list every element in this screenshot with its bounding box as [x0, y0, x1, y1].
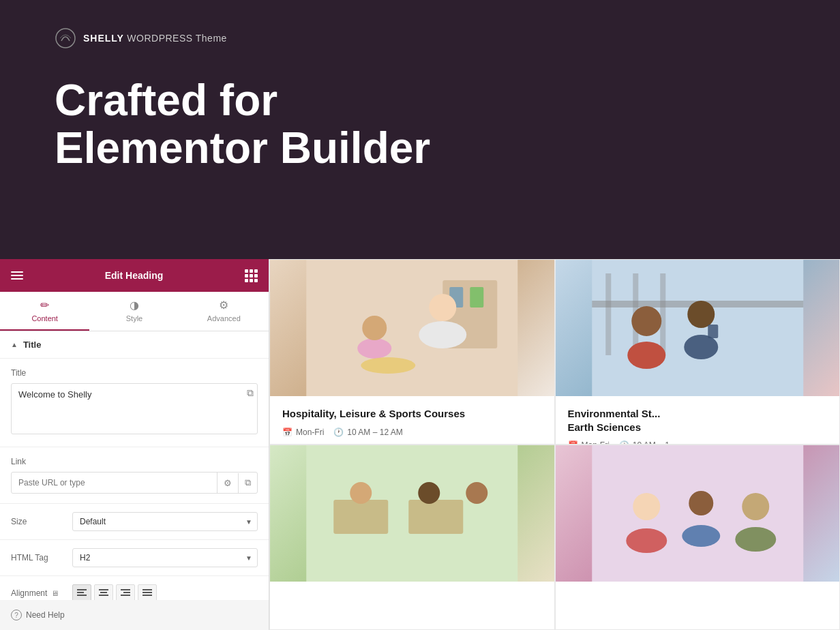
svg-rect-9: [121, 589, 130, 590]
card-1-meta: 📅 Mon-Fri 🕐 10 AM – 12 AM: [282, 427, 542, 437]
logo-brand: SHELLY: [83, 33, 124, 44]
tab-advanced[interactable]: ⚙ Advanced: [179, 292, 269, 331]
title-textarea[interactable]: Welcome to Shelly: [11, 383, 258, 434]
editor-bottom-bar: ? Need Help: [0, 600, 269, 630]
section-collapse-arrow[interactable]: ▲: [11, 341, 18, 348]
svg-rect-7: [99, 595, 108, 596]
alignment-label-group: Alignment 🖥: [11, 588, 72, 598]
svg-point-32: [627, 342, 665, 369]
svg-point-40: [418, 482, 440, 504]
editor-header: Edit Heading: [0, 259, 269, 292]
tab-content[interactable]: ✏ Content: [0, 292, 89, 331]
svg-rect-3: [77, 595, 87, 596]
svg-point-46: [682, 525, 720, 547]
card-1-image-svg: [270, 260, 554, 396]
svg-point-34: [684, 335, 718, 359]
monitor-icon: 🖥: [51, 589, 59, 597]
svg-rect-15: [142, 595, 152, 596]
link-settings-icon[interactable]: ⚙: [217, 473, 239, 493]
tab-style-label: Style: [126, 314, 142, 322]
section-title-header: ▲ Title: [0, 331, 269, 359]
align-justify-icon: [142, 589, 152, 597]
tab-advanced-label: Advanced: [207, 314, 241, 322]
svg-point-43: [633, 493, 660, 520]
hero-heading: Crafted for Elementor Builder: [55, 76, 785, 172]
editor-title: Edit Heading: [23, 270, 245, 281]
svg-rect-6: [100, 592, 107, 593]
logo-tagline: WORDPRESS Theme: [124, 33, 227, 44]
svg-point-44: [626, 528, 667, 553]
size-label: Size: [11, 517, 72, 526]
textarea-copy-icon[interactable]: ⧉: [247, 387, 254, 399]
hero-heading-line1: Crafted for: [55, 76, 278, 125]
tab-style[interactable]: ◑ Style: [89, 292, 179, 331]
grid-menu-icon[interactable]: [245, 269, 258, 282]
svg-rect-26: [592, 260, 803, 396]
svg-rect-28: [605, 273, 611, 355]
course-card-3: [269, 445, 555, 630]
course-card-1: Hospitality, Leisure & Sports Courses 📅 …: [269, 259, 555, 445]
svg-point-23: [357, 338, 391, 359]
card-1-title: Hospitality, Leisure & Sports Courses: [282, 407, 542, 421]
title-field-label: Title: [11, 368, 258, 378]
hero-heading-line2: Elementor Builder: [55, 123, 430, 172]
svg-point-24: [362, 316, 387, 340]
align-right-icon: [121, 589, 130, 597]
help-text[interactable]: Need Help: [26, 610, 65, 620]
svg-point-47: [742, 493, 769, 520]
html-tag-select[interactable]: H1 H2 H3 H4 H5 H6 div span p: [72, 548, 258, 567]
card-1-days: 📅 Mon-Fri: [282, 427, 324, 437]
link-copy-icon[interactable]: ⧉: [239, 472, 257, 493]
card-2-body: Environmental St...Earth Sciences 📅 Mon-…: [556, 396, 840, 445]
tab-content-label: Content: [31, 314, 58, 322]
svg-rect-2: [77, 592, 84, 593]
svg-point-22: [429, 294, 456, 321]
card-1-body: Hospitality, Leisure & Sports Courses 📅 …: [270, 396, 554, 445]
card-2-image: [556, 260, 840, 396]
align-center-icon: [99, 589, 108, 597]
clock-icon-1: 🕐: [333, 427, 344, 437]
html-tag-label: HTML Tag: [11, 553, 72, 562]
logo-area: SHELLY WORDPRESS Theme: [55, 27, 785, 49]
calendar-icon-1: 📅: [282, 427, 292, 437]
card-1-days-text: Mon-Fri: [296, 427, 324, 437]
svg-rect-20: [470, 287, 483, 308]
alignment-label: Alignment: [11, 588, 47, 598]
svg-rect-14: [142, 592, 152, 593]
svg-point-48: [735, 527, 776, 552]
card-1-time-text: 10 AM – 12 AM: [347, 427, 402, 437]
link-input[interactable]: [12, 473, 217, 492]
svg-point-45: [689, 491, 713, 515]
link-field-label: Link: [11, 457, 258, 466]
card-2-title: Environmental St...Earth Sciences: [568, 407, 828, 434]
content-tab-icon: ✏: [40, 299, 49, 312]
card-1-image: [270, 260, 554, 396]
size-select[interactable]: Default Small Medium Large XL XXL: [72, 512, 258, 531]
hamburger-menu-icon[interactable]: [11, 271, 23, 280]
size-select-wrapper: Default Small Medium Large XL XXL ▼: [72, 512, 258, 531]
html-tag-select-wrapper: H1 H2 H3 H4 H5 H6 div span p ▼: [72, 548, 258, 567]
svg-rect-35: [708, 325, 718, 338]
align-left-icon: [77, 589, 87, 597]
help-icon[interactable]: ?: [11, 610, 22, 620]
section-title-label: Title: [23, 340, 42, 350]
cards-area: Hospitality, Leisure & Sports Courses 📅 …: [269, 259, 840, 630]
card-3-image: [270, 445, 554, 582]
card-3-image-svg: [270, 445, 554, 582]
svg-rect-30: [660, 273, 665, 355]
svg-rect-38: [408, 500, 463, 534]
logo-text: SHELLY WORDPRESS Theme: [83, 33, 227, 44]
style-tab-icon: ◑: [130, 299, 139, 312]
svg-rect-1: [77, 589, 87, 590]
size-field-row: Size Default Small Medium Large XL XXL ▼: [0, 504, 269, 540]
card-4-image-svg: [556, 445, 840, 582]
svg-point-21: [419, 321, 466, 348]
editor-content: ▲ Title Title Welcome to Shelly ⧉ Link ⚙: [0, 331, 269, 611]
link-field-actions: ⚙ ⧉: [217, 472, 257, 493]
card-4-image: [556, 445, 840, 582]
editor-tabs: ✏ Content ◑ Style ⚙ Advanced: [0, 292, 269, 331]
main-area: Edit Heading ✏ Content ◑ Style ⚙ Advance…: [0, 259, 840, 630]
svg-point-41: [466, 482, 487, 504]
svg-rect-37: [333, 500, 388, 534]
svg-point-33: [687, 301, 715, 328]
